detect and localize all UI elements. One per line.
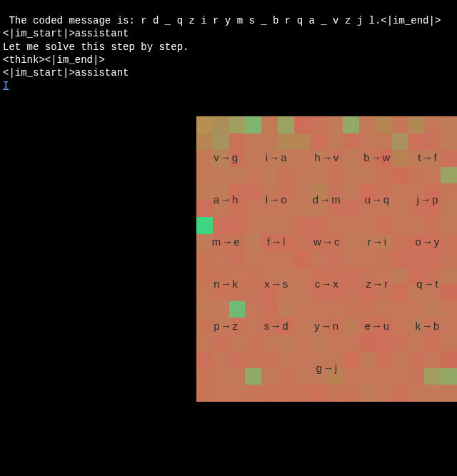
arrow-icon: →	[372, 236, 383, 248]
cipher-from: h	[314, 151, 321, 163]
cipher-from: y	[314, 320, 320, 332]
cipher-mapping-cell: y→n	[301, 305, 352, 347]
cipher-to: x	[333, 278, 338, 290]
cipher-mapping-cell: j→p	[402, 178, 453, 221]
cipher-mapping-cell	[402, 347, 453, 389]
cipher-from: x	[264, 278, 270, 290]
cipher-from: t	[418, 151, 421, 163]
cipher-from: s	[264, 320, 270, 332]
cipher-to: k	[232, 278, 238, 290]
cipher-mapping-cell: f→l	[251, 221, 302, 263]
cipher-to: w	[383, 151, 391, 163]
arrow-icon: →	[422, 236, 433, 248]
cipher-from: a	[214, 193, 220, 206]
cipher-from: n	[214, 278, 220, 290]
cipher-mapping-cell: z→r	[352, 263, 403, 305]
arrow-icon: →	[269, 193, 281, 206]
cipher-mapping-cell: g→j	[301, 347, 352, 389]
cipher-to: r	[384, 278, 388, 290]
cipher-from: w	[313, 236, 321, 248]
cipher-to: j	[335, 362, 338, 374]
cipher-to: u	[383, 320, 390, 332]
cipher-to: d	[282, 320, 288, 332]
arrow-icon: →	[269, 151, 281, 163]
terminal-output: The coded message is: r d _ q z i r y m …	[0, 0, 457, 93]
cipher-mapping-cell: h→v	[301, 136, 352, 178]
cipher-from: q	[416, 278, 423, 290]
arrow-icon: →	[371, 151, 382, 163]
cipher-to: e	[233, 236, 240, 248]
cipher-mapping-cell: e→u	[352, 305, 403, 347]
cipher-from: g	[316, 362, 322, 374]
cipher-from: j	[417, 193, 420, 206]
arrow-icon: →	[373, 278, 384, 290]
cipher-to: m	[331, 193, 341, 206]
cipher-mapping-cell: l→o	[251, 178, 302, 221]
cipher-to: o	[281, 193, 287, 206]
arrow-icon: →	[420, 193, 431, 206]
cipher-mapping-cell: u→q	[352, 178, 403, 221]
cipher-mapping-cell: m→e	[201, 221, 251, 263]
cipher-to: y	[434, 236, 440, 248]
arrow-icon: →	[271, 320, 282, 332]
terminal-cursor[interactable]: I	[3, 80, 9, 91]
cipher-mapping-cell: t→f	[402, 136, 453, 178]
arrow-icon: →	[321, 320, 332, 332]
cipher-from: i	[266, 151, 268, 163]
cipher-to: c	[334, 236, 340, 248]
arrow-icon: →	[371, 320, 383, 332]
arrow-icon: →	[321, 278, 333, 290]
cipher-mapping-cell: s→d	[251, 305, 302, 347]
arrow-icon: →	[323, 362, 334, 374]
cipher-mapping-cell: q→t	[402, 263, 453, 305]
cipher-from: b	[363, 151, 370, 163]
cipher-mapping-cell	[251, 347, 302, 389]
arrow-icon: →	[220, 151, 231, 163]
cipher-to: p	[432, 193, 438, 206]
cipher-mapping-cell: x→s	[251, 263, 302, 305]
cipher-to: z	[232, 320, 238, 332]
arrow-icon: →	[221, 278, 232, 290]
cipher-mapping-cell: a→h	[201, 178, 251, 221]
terminal-line-4: <think><|im_end|>	[3, 54, 105, 66]
arrow-icon: →	[221, 193, 232, 206]
cipher-from: d	[313, 193, 319, 206]
cipher-mapping-cell: r→i	[352, 221, 403, 263]
cipher-to: n	[333, 320, 339, 332]
terminal-line-5: <|im_start|>assistant	[3, 67, 129, 79]
cipher-to: b	[433, 320, 440, 332]
terminal-line-3: Let me solve this step by step.	[3, 41, 189, 53]
cipher-mapping-cell: c→x	[301, 263, 352, 305]
arrow-icon: →	[422, 320, 433, 332]
cipher-mapping-cell: p→z	[201, 305, 251, 347]
cipher-mapping-cell	[352, 347, 403, 389]
cipher-from: v	[214, 151, 219, 163]
arrow-icon: →	[320, 193, 331, 206]
arrow-icon: →	[271, 236, 283, 248]
cipher-from: c	[315, 278, 321, 290]
cipher-from: k	[416, 320, 421, 332]
cipher-mapping-cell: d→m	[301, 178, 352, 221]
cipher-to: l	[283, 236, 286, 248]
cipher-to: t	[436, 278, 439, 290]
cipher-from: f	[267, 236, 271, 248]
cipher-mapping-cell: o→y	[402, 221, 453, 263]
cipher-from: z	[366, 278, 372, 290]
terminal-line-2: <|im_start|>assistant	[3, 28, 129, 39]
terminal-line-1: The coded message is: r d _ q z i r y m …	[3, 15, 441, 26]
cipher-from: l	[266, 193, 268, 206]
arrow-icon: →	[222, 236, 233, 248]
cipher-to: i	[384, 236, 387, 248]
cipher-mapping-cell: w→c	[301, 221, 352, 263]
cipher-to: f	[433, 151, 437, 163]
cipher-to: v	[333, 151, 339, 163]
cipher-to: a	[281, 151, 287, 163]
cipher-from: m	[212, 236, 221, 248]
cipher-from: r	[368, 236, 372, 248]
arrow-icon: →	[321, 151, 333, 163]
cipher-mapping-cell: b→w	[352, 136, 403, 178]
cipher-to: h	[232, 193, 238, 206]
cipher-from: o	[416, 236, 422, 248]
cipher-to: q	[383, 193, 390, 206]
arrow-icon: →	[371, 193, 383, 206]
